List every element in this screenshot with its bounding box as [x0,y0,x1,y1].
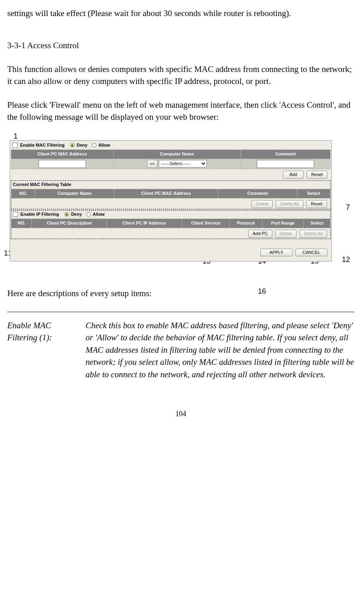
mac-filter-table: NO. Computer Name Client PC MAC Address … [11,189,330,198]
col-mac: Client PC MAC Address [11,149,114,159]
ip-col-desc: Client PC Description [32,219,107,228]
col-comment2: Comment [218,189,297,198]
ip-allow-label: Allow [93,211,104,218]
mac-deny-label: Deny [77,142,88,149]
definition-term: Enable MAC Filtering (1): [7,319,86,380]
col-name2: Computer Name [35,189,114,198]
mac-filter-toggle-row: Enable MAC Filtering Deny Allow [11,141,331,149]
col-name: Computer Name [113,149,241,159]
computer-name-select[interactable]: ------Select------ [159,160,207,168]
ip-allow-radio[interactable] [86,212,91,217]
mac-reset-button[interactable]: Reset [306,200,327,208]
apply-button[interactable]: APPLY [260,249,292,257]
ip-filter-table: NO. Client PC Description Client PC IP A… [11,219,330,228]
mac-filter-input-table: Client PC MAC Address Computer Name Comm… [11,149,331,169]
callout-12: 12 [342,254,350,265]
firewall-screenshot: 1 2 3 4 5 6 7 8 9 10 11 12 13 14 15 16 E… [7,135,357,276]
intro-paragraph: settings will take effect (Please wait f… [7,7,354,19]
copy-button[interactable]: << [147,160,157,168]
definition-description: Check this box to enable MAC address bas… [86,319,354,380]
callout-7: 7 [346,202,350,213]
ip-col-ip: Client PC IP Address [107,219,182,228]
ip-col-select: Select [304,219,330,228]
mac-table-title: Current MAC Filtering Table [11,181,330,189]
ip-col-protocol: Protocol [230,219,262,228]
mac-allow-radio[interactable] [92,143,96,147]
ip-col-range: Port Range [262,219,304,228]
col-mac2: Client PC MAC Address [114,189,218,198]
mac-table-box: Current MAC Filtering Table NO. Computer… [11,180,331,209]
comment-input[interactable] [257,160,314,168]
add-button[interactable]: Add [283,171,304,179]
ip-delete-button[interactable]: Delete [275,230,297,238]
mac-delete-button[interactable]: Delete [252,200,273,208]
callout-16: 16 [258,286,266,296]
ip-col-no: NO. [12,219,32,228]
enable-mac-label: Enable MAC Filtering [20,142,65,149]
mac-delete-all-button[interactable]: Delete All [276,200,303,208]
col-select: Select [297,189,330,198]
descriptions-intro: Here are descriptions of every setup ite… [7,287,354,299]
enable-mac-checkbox[interactable] [12,143,18,148]
mac-deny-radio[interactable] [70,143,75,147]
add-pc-button[interactable]: Add PC [248,230,272,238]
ip-col-service: Client Service [182,219,230,228]
paragraph-2: Please click 'Firewall' menu on the left… [7,99,354,123]
section-heading: 3-3-1 Access Control [7,39,354,51]
col-no: NO. [12,189,35,198]
ip-deny-radio[interactable] [65,212,69,217]
enable-ip-checkbox[interactable] [13,212,18,217]
col-comment: Comment [241,149,330,159]
separator [7,312,354,312]
ip-deny-label: Deny [71,211,82,218]
paragraph-1: This function allows or denies computers… [7,63,354,88]
mac-allow-label: Allow [98,142,110,149]
enable-ip-label: Enable IP Filtering [20,211,59,218]
definition-row: Enable MAC Filtering (1): Check this box… [7,319,354,380]
cancel-button[interactable]: CANCEL [295,249,327,257]
ip-filter-box: Enable IP Filtering Deny Allow NO. Clien… [11,210,331,239]
ip-delete-all-button[interactable]: Delete All [300,230,327,238]
page-number: 104 [7,409,354,419]
reset-button[interactable]: Reset [307,171,327,179]
mac-address-input[interactable] [39,160,86,168]
ip-filter-toggle-row: Enable IP Filtering Deny Allow [11,211,330,219]
